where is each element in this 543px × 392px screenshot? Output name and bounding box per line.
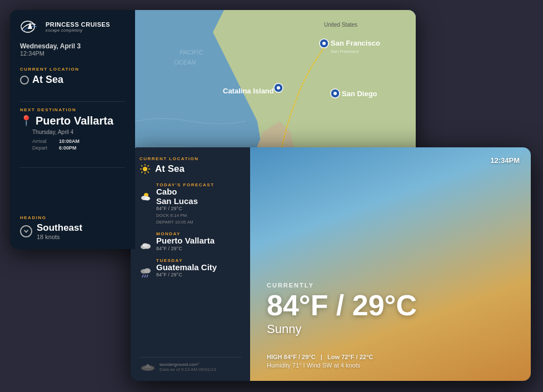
ws-current-location-label: CURRENT LOCATION bbox=[140, 156, 241, 161]
forecast-text-0: TODAY'S FORECAST CaboSan Lucas 84°F / 29… bbox=[156, 182, 241, 226]
forecast-item-2: TUESDAY Guatemala City 84°F / 29°C bbox=[140, 258, 241, 279]
svg-point-34 bbox=[144, 268, 151, 273]
svg-point-0 bbox=[21, 21, 34, 32]
compass-icon bbox=[20, 225, 32, 237]
forecast-detail-0: DOCK 6:14 PM DEPART 10:05 AM bbox=[156, 212, 241, 226]
svg-line-35 bbox=[142, 275, 143, 277]
dock-label-0: DOCK 6:14 PM bbox=[156, 213, 187, 218]
current-location-name: At Sea bbox=[32, 74, 63, 86]
next-destination-block: NEXT DESTINATION 📍 Puerto Vallarta Thurs… bbox=[20, 107, 125, 152]
current-location-label: CURRENT LOCATION bbox=[20, 67, 125, 72]
itinerary-sidebar: PRINCESS CRUISES escape completely Wedne… bbox=[10, 10, 135, 249]
logo-subtitle: escape completely bbox=[46, 28, 110, 32]
forecast-text-2: TUESDAY Guatemala City 84°F / 29°C bbox=[156, 258, 241, 279]
depart-time: 6:00PM bbox=[59, 145, 77, 151]
logo-area: PRINCESS CRUISES escape completely bbox=[20, 19, 125, 34]
currently-temp: 84°F / 29°C bbox=[267, 291, 417, 320]
svg-line-26 bbox=[141, 172, 142, 173]
svg-point-11 bbox=[277, 86, 280, 90]
partly-cloudy-icon bbox=[140, 190, 152, 202]
svg-text:San Francisco: San Francisco bbox=[331, 39, 380, 47]
time-display: 12:34PM bbox=[20, 50, 125, 57]
svg-point-14 bbox=[333, 92, 337, 95]
scene: PRINCESS CRUISES escape completely Wedne… bbox=[0, 0, 543, 392]
weather-sidebar: CURRENT LOCATION At Sea bbox=[131, 147, 250, 381]
next-destination-label: NEXT DESTINATION bbox=[20, 107, 125, 112]
divider-1 bbox=[20, 101, 125, 102]
svg-point-7 bbox=[322, 42, 326, 45]
next-destination-date: Thursday, April 4 bbox=[32, 129, 125, 135]
svg-line-25 bbox=[148, 165, 149, 166]
low-stat: Low 72°F / 22°C bbox=[327, 354, 373, 360]
depart-label-0: DEPART 10:05 AM bbox=[156, 220, 193, 225]
date-time-block: Wednesday, April 3 12:34PM bbox=[20, 42, 125, 57]
arrival-depart: Arrival 10:00AM Depart 6:00PM bbox=[32, 138, 125, 151]
current-location-block: CURRENT LOCATION At Sea bbox=[20, 67, 125, 86]
weather-currently-block: CURRENTLY 84°F / 29°C Sunny bbox=[267, 282, 417, 336]
forecast-temp-1: 84°F / 29°C bbox=[156, 246, 241, 251]
svg-point-29 bbox=[145, 197, 150, 201]
forecast-temp-0: 84°F / 29°C bbox=[156, 206, 241, 211]
ws-current-location: CURRENT LOCATION At Sea bbox=[140, 156, 241, 175]
svg-point-18 bbox=[143, 167, 147, 171]
heading-block: HEADING Southeast 18 knots bbox=[20, 215, 125, 240]
weather-device: CURRENT LOCATION At Sea bbox=[131, 147, 531, 381]
forecast-city-1: Puerto Vallarta bbox=[156, 236, 241, 246]
high-low-stats: HIGH 84°F / 29°C | Low 72°F / 22°C bbox=[267, 354, 373, 360]
svg-line-36 bbox=[145, 275, 146, 277]
next-destination-name: Puerto Vallarta bbox=[36, 115, 113, 127]
divider-2 bbox=[20, 167, 125, 168]
wu-attribution-text: Data as of 9:13 AM 06/01/13 bbox=[160, 367, 216, 372]
pin-icon: 📍 bbox=[20, 116, 32, 126]
forecast-temp-2: 84°F / 29°C bbox=[156, 272, 241, 277]
arrival-label: Arrival bbox=[32, 138, 54, 144]
svg-line-37 bbox=[147, 275, 148, 277]
forecast-item-0: TODAY'S FORECAST CaboSan Lucas 84°F / 29… bbox=[140, 182, 241, 226]
wunderground-attribution: wunderground.com° Data as of 9:13 AM 06/… bbox=[140, 357, 241, 372]
heading-direction: Southeast bbox=[37, 222, 82, 234]
heading-label: HEADING bbox=[20, 215, 125, 220]
forecast-text-1: MONDAY Puerto Vallarta 84°F / 29°C bbox=[156, 231, 241, 252]
svg-text:PACIFIC: PACIFIC bbox=[180, 49, 203, 56]
cloudy-icon bbox=[140, 239, 152, 251]
forecast-city-0: CaboSan Lucas bbox=[156, 187, 241, 206]
date-display: Wednesday, April 3 bbox=[20, 42, 125, 50]
sun-icon bbox=[140, 163, 151, 175]
logo-title: PRINCESS CRUISES bbox=[46, 21, 110, 28]
currently-condition: Sunny bbox=[267, 322, 417, 336]
ws-current-location-name: At Sea bbox=[155, 163, 185, 175]
svg-point-32 bbox=[142, 244, 148, 247]
svg-text:San Diego: San Diego bbox=[342, 90, 377, 98]
weather-time: 12:34PM bbox=[490, 156, 520, 165]
humidity-wind-stats: Humidity 71° I Wind SW at 4 knots bbox=[267, 362, 373, 369]
svg-text:San Francisco: San Francisco bbox=[331, 49, 360, 54]
arrival-time: 10:00AM bbox=[59, 138, 79, 144]
weather-main-panel: 12:34PM CURRENTLY 84°F / 29°C Sunny HIGH… bbox=[250, 147, 531, 381]
wunderground-logo-icon bbox=[140, 363, 156, 371]
weather-stats-block: HIGH 84°F / 29°C | Low 72°F / 22°C Humid… bbox=[267, 354, 373, 369]
svg-text:Catalina Island: Catalina Island bbox=[223, 87, 274, 95]
rain-icon bbox=[140, 266, 152, 278]
svg-text:OCEAN: OCEAN bbox=[174, 59, 196, 66]
wu-logo-text: wunderground.com° bbox=[160, 362, 216, 367]
forecast-item-1: MONDAY Puerto Vallarta 84°F / 29°C bbox=[140, 231, 241, 252]
currently-label: CURRENTLY bbox=[267, 282, 417, 289]
location-circle-icon bbox=[20, 76, 29, 85]
forecast-city-2: Guatemala City bbox=[156, 263, 241, 272]
svg-text:United States: United States bbox=[324, 22, 357, 28]
svg-line-24 bbox=[148, 172, 149, 173]
weather-gradient-bg: 12:34PM CURRENTLY 84°F / 29°C Sunny HIGH… bbox=[250, 147, 531, 381]
svg-line-23 bbox=[141, 165, 142, 166]
heading-speed: 18 knots bbox=[37, 234, 82, 240]
depart-label: Depart bbox=[32, 145, 54, 151]
high-stat: HIGH 84°F / 29°C bbox=[267, 354, 316, 360]
